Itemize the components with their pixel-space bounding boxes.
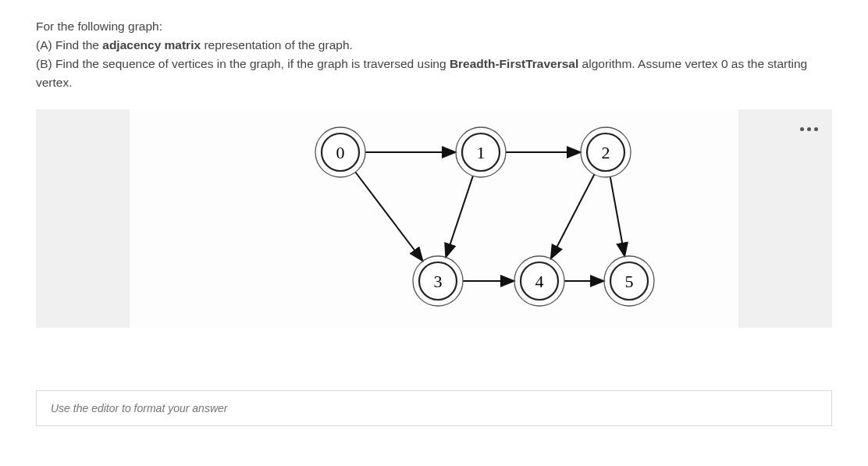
graph-node: 5 [604,256,654,306]
graph-edge [446,176,473,257]
question-text: For the following graph: (A) Find the ad… [36,17,832,92]
graph-svg: 012345 [130,109,738,328]
question-part-a: (A) Find the adjacency matrix representa… [36,36,832,55]
answer-editor[interactable]: Use the editor to format your answer [36,390,832,426]
more-options-button[interactable] [793,117,824,141]
graph-node: 2 [581,127,631,177]
graph-edge [355,173,422,261]
dot-icon [807,127,811,131]
question-intro: For the following graph: [36,17,832,36]
node-label: 1 [477,143,486,162]
graph-figure: 012345 [36,109,832,328]
node-label: 0 [336,143,345,162]
node-label: 2 [602,143,610,162]
dot-icon [814,127,818,131]
graph-edge [551,175,595,259]
graph-canvas: 012345 [130,109,738,328]
node-label: 3 [434,272,443,291]
graph-node: 1 [456,127,506,177]
graph-node: 3 [413,256,463,306]
dot-icon [800,127,804,131]
question-part-b: (B) Find the sequence of vertices in the… [36,55,832,92]
node-label: 5 [625,272,634,291]
graph-node: 0 [315,127,365,177]
editor-placeholder: Use the editor to format your answer [51,402,227,414]
graph-edge [610,177,625,257]
graph-node: 4 [514,256,564,306]
node-label: 4 [535,272,544,291]
